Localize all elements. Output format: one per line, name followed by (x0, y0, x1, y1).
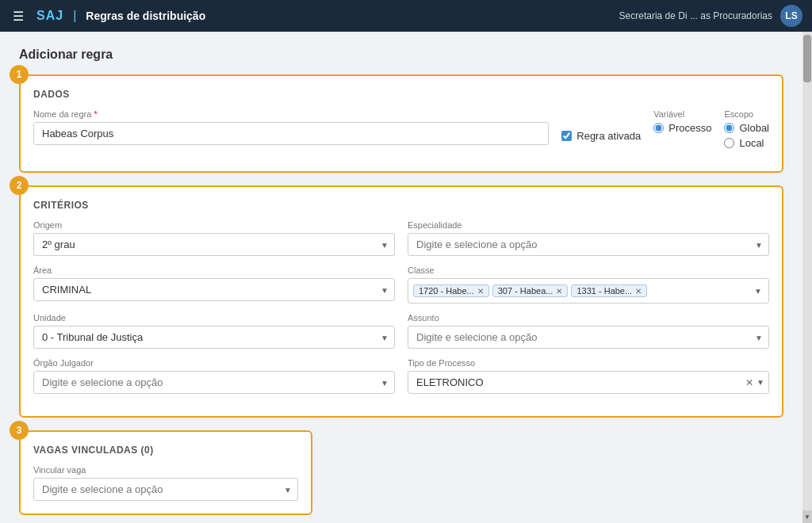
vincular-input[interactable] (33, 478, 298, 501)
global-radio[interactable] (724, 123, 734, 133)
section-1-title: Dados (33, 89, 769, 100)
section-2-number: 2 (10, 176, 29, 195)
vincular-group: Vincular vaga ▼ (33, 465, 298, 501)
regra-ativada-label: Regra ativada (576, 130, 641, 142)
classe-label: Classe (408, 265, 769, 275)
orgao-group: Órgão Julgador ▼ (33, 358, 395, 394)
header-page-title: Regras de distribuição (86, 10, 205, 22)
especialidade-label: Especialidade (408, 220, 769, 230)
regra-ativada-group: Regra ativada (561, 109, 641, 149)
especialidade-select-wrapper: ▼ (408, 233, 769, 256)
criterios-row2: Área CRIMINAL ▼ Classe 1720 - Habe... ✕ (33, 265, 769, 303)
brand-logo: SAJ (36, 9, 63, 23)
section-2-title: Critérios (33, 200, 769, 211)
unidade-group: Unidade 0 - Tribunal de Justiça ▼ (33, 313, 395, 349)
unidade-select-wrapper: 0 - Tribunal de Justiça ▼ (33, 326, 395, 349)
origem-select[interactable]: 2º grau (33, 233, 395, 256)
orgao-select-wrapper: ▼ (33, 371, 395, 394)
tag-1331: 1331 - Habe... ✕ (571, 284, 647, 297)
regra-ativada-spacer (561, 117, 641, 127)
criterios-row3: Unidade 0 - Tribunal de Justiça ▼ Assunt… (33, 313, 769, 349)
escopo-group: Escopo Global Local (724, 109, 769, 149)
regra-ativada-checkbox[interactable] (561, 131, 572, 141)
tipo-processo-wrapper: ELETRONICO ✕ ▼ (408, 371, 769, 394)
tag-1720-close[interactable]: ✕ (477, 287, 484, 296)
nome-input[interactable] (33, 122, 549, 145)
processo-label: Processo (668, 122, 711, 134)
assunto-group: Assunto ▼ (408, 313, 769, 349)
layout: Adicionar regra 1 Dados Nome da regra * (0, 32, 812, 523)
criterios-row1: Origem 2º grau ▼ Especialidade ▼ (33, 220, 769, 256)
section-1-number: 1 (10, 65, 29, 84)
vincular-label: Vincular vaga (33, 465, 298, 475)
local-label: Local (739, 137, 764, 149)
regra-ativada-checkbox-group: Regra ativada (561, 130, 641, 142)
processo-radio[interactable] (653, 123, 664, 133)
scrollbar: ▼ (802, 32, 812, 523)
tag-1720: 1720 - Habe... ✕ (413, 284, 489, 297)
tipo-processo-value: ELETRONICO (408, 371, 769, 394)
assunto-label: Assunto (408, 313, 769, 323)
area-select-wrapper: CRIMINAL ▼ (33, 278, 395, 301)
menu-button[interactable]: ☰ (10, 6, 27, 27)
criterios-row4: Órgão Julgador ▼ Tipo de Processo ELETRO… (33, 358, 769, 394)
tag-307: 307 - Habea... ✕ (492, 284, 569, 297)
escopo-radios: Global Local (724, 122, 769, 149)
tipo-processo-group: Tipo de Processo ELETRONICO ✕ ▼ (408, 358, 769, 394)
tipo-processo-clear-icon[interactable]: ✕ (745, 377, 753, 388)
required-mark: * (94, 109, 97, 119)
area-group: Área CRIMINAL ▼ (33, 265, 395, 303)
tipo-processo-label: Tipo de Processo (408, 358, 769, 368)
section-3-number: 3 (10, 421, 29, 440)
local-radio[interactable] (724, 138, 734, 148)
user-avatar: LS (780, 5, 802, 27)
assunto-select-wrapper: ▼ (408, 326, 769, 349)
main-content: Adicionar regra 1 Dados Nome da regra * (0, 32, 802, 523)
section-criterios: 2 Critérios Origem 2º grau ▼ Especialida… (19, 185, 783, 418)
scrollbar-down-arrow[interactable]: ▼ (802, 510, 812, 523)
orgao-input[interactable] (33, 371, 395, 394)
unidade-label: Unidade (33, 313, 395, 323)
section-3-title: Vagas vinculadas (0) (33, 445, 298, 456)
tipo-processo-controls: ✕ ▼ (745, 377, 764, 388)
assunto-input[interactable] (408, 326, 769, 349)
classe-group: Classe 1720 - Habe... ✕ 307 - Habea... ✕… (408, 265, 769, 303)
app-header: ☰ SAJ | Regras de distribuição Secretari… (0, 0, 812, 32)
origem-group: Origem 2º grau ▼ (33, 220, 395, 256)
escopo-label: Escopo (724, 109, 769, 119)
tipo-processo-chevron-icon[interactable]: ▼ (756, 378, 764, 387)
unidade-select[interactable]: 0 - Tribunal de Justiça (33, 326, 395, 349)
processo-radio-group: Processo (653, 122, 711, 134)
dados-row: Nome da regra * Regra ativada (33, 109, 769, 149)
variavel-group: Variável Processo (653, 109, 711, 149)
orgao-label: Órgão Julgador (33, 358, 395, 368)
especialidade-input[interactable] (408, 233, 769, 256)
origem-select-wrapper: 2º grau ▼ (33, 233, 395, 256)
section-vagas: 3 Vagas vinculadas (0) Vincular vaga ▼ (19, 430, 312, 515)
section-dados: 1 Dados Nome da regra * (19, 74, 783, 173)
classe-chevron-icon: ▼ (754, 287, 762, 296)
area-select[interactable]: CRIMINAL (33, 278, 395, 301)
tag-1331-close[interactable]: ✕ (635, 287, 642, 296)
tag-307-close[interactable]: ✕ (556, 287, 562, 296)
classe-tag-input[interactable]: 1720 - Habe... ✕ 307 - Habea... ✕ 1331 -… (408, 278, 769, 303)
local-radio-group: Local (724, 137, 769, 149)
nome-label: Nome da regra * (33, 109, 549, 119)
global-radio-group: Global (724, 122, 769, 134)
page-title: Adicionar regra (19, 48, 783, 62)
header-divider: | (73, 9, 76, 23)
scrollbar-thumb[interactable] (803, 35, 811, 82)
variavel-label: Variável (653, 109, 711, 119)
area-label: Área (33, 265, 395, 275)
especialidade-group: Especialidade ▼ (408, 220, 769, 256)
user-info-text: Secretaria de Di ... as Procuradorias (619, 10, 772, 21)
vincular-select-wrapper: ▼ (33, 478, 298, 501)
global-label: Global (739, 122, 769, 134)
nome-group: Nome da regra * (33, 109, 549, 149)
origem-label: Origem (33, 220, 395, 230)
header-right: Secretaria de Di ... as Procuradorias LS (619, 5, 802, 27)
